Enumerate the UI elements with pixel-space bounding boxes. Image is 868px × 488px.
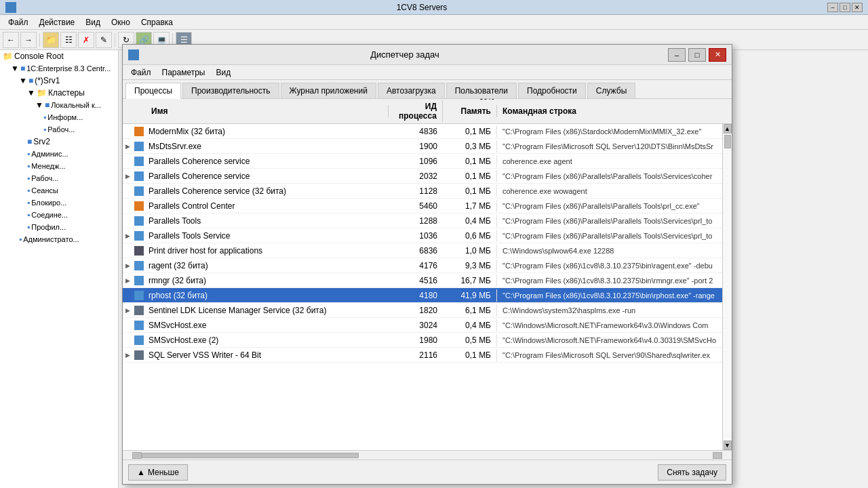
menu-view[interactable]: Вид	[80, 16, 106, 28]
vertical-scrollbar[interactable]: ▲ ▼	[722, 124, 732, 450]
tm-minimize-button[interactable]: –	[668, 48, 686, 62]
tree-item-manage[interactable]: ▪ Менедж...	[0, 160, 118, 172]
col-header-pid[interactable]: ИД процесса	[389, 100, 443, 122]
tree-item-srv2[interactable]: ■ Srv2	[0, 136, 118, 148]
scrollbar-h-thumb[interactable]	[142, 453, 359, 458]
table-row[interactable]: ▶Parallels Tools Service10360,6 МБ"C:\Pr…	[123, 228, 722, 243]
expand-arrow[interactable]: ▶	[123, 307, 132, 314]
table-row[interactable]: ▶rmngr (32 бита)451616,7 МБ"C:\Program F…	[123, 273, 722, 288]
back-button[interactable]: ←	[3, 32, 19, 48]
forward-button[interactable]: →	[20, 32, 37, 48]
end-task-button[interactable]: Снять задачу	[658, 464, 726, 481]
tree-item-work1[interactable]: ▪ Рабоч...	[0, 123, 118, 136]
scrollbar-left-btn[interactable]	[132, 452, 142, 459]
close-button[interactable]: ✕	[852, 3, 863, 12]
tree-item-administrator[interactable]: ▪ Администрато...	[0, 233, 118, 245]
scrollbar-up-btn[interactable]: ▲	[724, 124, 732, 134]
window-title: 1CV8 Servers	[16, 3, 827, 12]
tm-tab-processes[interactable]: Процессы	[125, 83, 181, 99]
less-button[interactable]: ▲ Меньше	[128, 464, 188, 481]
clusters-icon: 📁	[37, 88, 47, 98]
table-row[interactable]: Parallels Control Center54601,7 МБ"C:\Pr…	[123, 199, 722, 214]
table-row[interactable]: ▶ragent (32 бита)41769,3 МБ"C:\Program F…	[123, 258, 722, 273]
table-row[interactable]: Print driver host for applications68361,…	[123, 243, 722, 258]
tree-item-sessions[interactable]: ▪ Сеансы	[0, 184, 118, 197]
tree-item-admin[interactable]: ▪ Админис...	[0, 148, 118, 160]
table-row[interactable]: ModernMix (32 бита)48360,1 МБ"C:\Program…	[123, 124, 722, 139]
tree-item-profile[interactable]: ▪ Профил...	[0, 221, 118, 233]
expand-arrow[interactable]: ▶	[123, 352, 132, 359]
delete-button[interactable]: ✗	[78, 32, 94, 48]
process-name: rmngr (32 бита)	[146, 274, 389, 287]
process-memory: 9,3 МБ	[443, 260, 497, 272]
minimize-button[interactable]: –	[827, 3, 838, 12]
tm-tab-applog[interactable]: Журнал приложений	[281, 83, 376, 98]
tree-item-inform[interactable]: ▪ Информ...	[0, 111, 118, 123]
menu-window[interactable]: Окно	[106, 16, 136, 28]
tm-tab-performance[interactable]: Производительность	[182, 83, 279, 98]
admin-icon: ▪	[27, 149, 30, 159]
sessions-icon: ▪	[27, 186, 30, 195]
tm-tab-users[interactable]: Пользователи	[446, 83, 517, 98]
tm-close-button[interactable]: ✕	[709, 48, 726, 62]
process-icon	[132, 276, 146, 285]
col-header-cmdline[interactable]: Командная строка	[497, 105, 722, 117]
table-row[interactable]: Parallels Tools12880,4 МБ"C:\Program Fil…	[123, 214, 722, 228]
maximize-button[interactable]: □	[840, 3, 850, 12]
scrollbar-right-btn[interactable]	[713, 452, 722, 459]
tm-tab-autostart[interactable]: Автозагрузка	[378, 83, 445, 98]
horizontal-scrollbar[interactable]	[123, 450, 732, 460]
toolbar-separator-2	[115, 33, 115, 47]
tree-item-enterprise[interactable]: ▼ ■ 1C:Enterprise 8.3 Centr...	[0, 62, 118, 75]
process-memory: 16,7 МБ	[443, 274, 497, 287]
process-name: ragent (32 бита)	[146, 260, 389, 272]
table-row[interactable]: SMSvcHost.exe30240,4 МБ"C:\Windows\Micro…	[123, 318, 722, 333]
table-row[interactable]: rphost (32 бита)418041,9 МБ"C:\Program F…	[123, 288, 722, 303]
tm-menu-file[interactable]: Файл	[125, 66, 157, 79]
tree-item-work2[interactable]: ▪ Рабоч...	[0, 172, 118, 184]
process-cmdline: coherence.exe wowagent	[497, 186, 722, 197]
tm-tab-details[interactable]: Подробности	[518, 83, 586, 98]
expand-arrow[interactable]: ▶	[123, 143, 132, 150]
col-header-name[interactable]: Имя	[146, 105, 389, 117]
menu-file[interactable]: Файл	[3, 16, 34, 28]
profile-icon: ▪	[27, 222, 30, 232]
less-icon: ▲	[137, 468, 145, 477]
tree-item-clusters[interactable]: ▼ 📁 Кластеры	[0, 87, 118, 99]
process-pid: 4836	[389, 125, 443, 138]
tm-tab-services[interactable]: Службы	[587, 83, 635, 98]
properties-button[interactable]: ✎	[96, 32, 112, 48]
menu-action[interactable]: Действие	[34, 16, 81, 28]
table-row[interactable]: ▶Parallels Coherence service20320,1 МБ"C…	[123, 169, 722, 184]
table-row[interactable]: SMSvcHost.exe (2)19800,5 МБ"C:\Windows\M…	[123, 333, 722, 348]
table-row[interactable]: ▶Sentinel LDK License Manager Service (3…	[123, 303, 722, 318]
scrollbar-down-btn[interactable]: ▼	[724, 441, 732, 450]
scrollbar-thumb[interactable]	[724, 135, 731, 148]
table-row[interactable]: ▶SQL Server VSS Writer - 64 Bit21160,1 М…	[123, 348, 722, 363]
tree-item-console-root[interactable]: 📁 Console Root	[0, 50, 118, 62]
tree-item-local[interactable]: ▼ ■ Локальный к...	[0, 99, 118, 111]
process-pid: 2116	[389, 349, 443, 361]
process-name: Parallels Tools	[146, 215, 389, 227]
scrollbar-track[interactable]	[723, 134, 732, 441]
list-button[interactable]: ☷	[60, 32, 77, 48]
col-header-memory[interactable]: Память	[443, 105, 497, 117]
expand-arrow[interactable]: ▶	[123, 262, 132, 269]
table-row[interactable]: Parallels Coherence service (32 бита)112…	[123, 184, 722, 199]
tm-table-body[interactable]: ModernMix (32 бита)48360,1 МБ"C:\Program…	[123, 124, 722, 450]
menu-help[interactable]: Справка	[136, 16, 178, 28]
process-pid: 4176	[389, 260, 443, 272]
task-manager-window: Диспетчер задач – □ ✕ Файл Параметры Вид…	[122, 44, 732, 485]
tree-item-lock[interactable]: ▪ Блокиро...	[0, 197, 118, 209]
table-row[interactable]: ▶MsDtsSrvr.exe19000,3 МБ"C:\Program File…	[123, 139, 722, 154]
tm-menu-view[interactable]: Вид	[210, 66, 236, 79]
tm-maximize-button[interactable]: □	[688, 48, 706, 62]
expand-arrow[interactable]: ▶	[123, 277, 132, 284]
table-row[interactable]: Parallels Coherence service10960,1 МБcoh…	[123, 154, 722, 169]
expand-arrow[interactable]: ▶	[123, 173, 132, 180]
expand-arrow[interactable]: ▶	[123, 232, 132, 239]
folder-button[interactable]: 📁	[43, 32, 59, 48]
tm-menu-params[interactable]: Параметры	[157, 66, 211, 79]
tree-item-connect[interactable]: ▪ Соедине...	[0, 209, 118, 221]
tree-item-srv1[interactable]: ▼ ■ (*)Srv1	[0, 75, 118, 87]
